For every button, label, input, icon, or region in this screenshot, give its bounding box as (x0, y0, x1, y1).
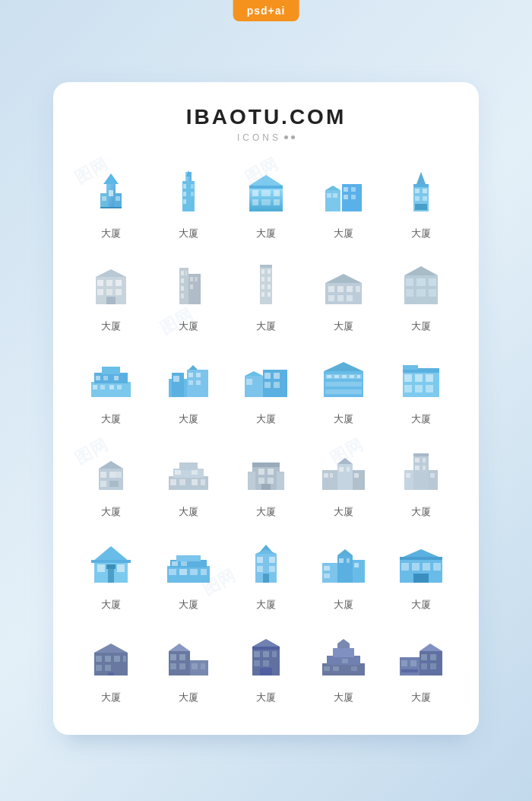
icon-label-6: 大厦 (101, 319, 121, 333)
icon-item: 大厦 (154, 630, 223, 704)
building-icon-13 (239, 351, 293, 406)
svg-marker-205 (337, 549, 353, 555)
svg-rect-122 (342, 375, 347, 378)
icon-item: 大厦 (154, 351, 223, 426)
svg-rect-154 (258, 469, 264, 475)
svg-rect-172 (415, 458, 420, 462)
svg-rect-76 (356, 286, 360, 292)
svg-rect-132 (415, 385, 423, 393)
svg-rect-65 (261, 277, 264, 281)
svg-rect-147 (201, 479, 205, 485)
svg-rect-87 (429, 289, 436, 297)
svg-rect-253 (351, 666, 357, 671)
svg-rect-261 (430, 654, 436, 660)
icon-item: 大厦 (309, 259, 378, 333)
svg-rect-74 (337, 286, 344, 292)
building-icon-9 (316, 259, 371, 313)
svg-rect-67 (261, 284, 264, 289)
icon-item: 大厦 (309, 351, 378, 426)
subtitle-text: ICONS (237, 132, 281, 143)
svg-rect-146 (192, 479, 198, 485)
svg-rect-223 (114, 656, 120, 662)
icon-label-27: 大厦 (179, 691, 198, 704)
svg-rect-39 (415, 196, 420, 201)
svg-rect-199 (257, 566, 263, 572)
svg-rect-136 (100, 472, 106, 478)
svg-rect-46 (116, 280, 122, 286)
icon-label-9: 大厦 (334, 319, 353, 333)
building-icon-2 (161, 166, 216, 221)
icon-item: 大厦 (231, 259, 301, 333)
svg-rect-33 (333, 193, 337, 198)
svg-rect-159 (322, 470, 337, 490)
svg-rect-14 (191, 192, 194, 196)
svg-marker-34 (416, 172, 426, 184)
building-icon-23 (239, 537, 293, 592)
icon-label-20: 大厦 (411, 505, 431, 519)
icon-label-16: 大厦 (101, 505, 121, 519)
svg-rect-23 (261, 199, 271, 205)
icon-label-26: 大厦 (101, 691, 121, 704)
svg-rect-239 (252, 647, 280, 650)
svg-marker-249 (337, 639, 350, 648)
icon-item: 大厦 (76, 259, 146, 333)
svg-rect-130 (426, 374, 433, 382)
svg-rect-83 (416, 278, 426, 286)
svg-rect-189 (179, 569, 187, 575)
svg-rect-176 (406, 473, 410, 478)
svg-rect-233 (170, 663, 176, 669)
svg-rect-191 (201, 569, 207, 575)
building-icon-21 (84, 537, 138, 592)
building-icon-12 (161, 351, 216, 406)
icon-label-15: 大厦 (411, 412, 431, 426)
svg-rect-28 (344, 187, 348, 192)
dot-2 (291, 135, 295, 139)
icon-item: 大厦 (386, 444, 456, 519)
svg-rect-198 (269, 557, 275, 563)
svg-rect-53 (181, 271, 184, 275)
svg-rect-222 (105, 656, 111, 662)
icon-label-3: 大厦 (256, 227, 276, 240)
svg-rect-111 (274, 373, 280, 379)
building-icon-10 (394, 259, 448, 313)
svg-marker-116 (324, 362, 363, 371)
svg-rect-227 (108, 672, 114, 675)
svg-rect-82 (406, 278, 413, 286)
svg-rect-177 (430, 473, 435, 478)
svg-rect-188 (169, 569, 176, 575)
svg-rect-113 (274, 382, 280, 388)
svg-rect-70 (268, 292, 271, 297)
svg-rect-158 (261, 484, 271, 490)
svg-rect-224 (123, 656, 126, 662)
svg-rect-93 (109, 385, 114, 389)
svg-rect-258 (410, 660, 416, 666)
card-wrapper: 图网 图网 图网 图网 图网 图网 IBAOTU.COM ICONS 大厦大厦大… (53, 82, 479, 735)
svg-rect-137 (109, 472, 116, 478)
svg-rect-145 (179, 479, 185, 485)
icon-item: 大厦 (231, 630, 301, 704)
building-icon-4 (316, 166, 371, 221)
building-icon-11 (84, 351, 138, 406)
svg-rect-171 (429, 470, 438, 490)
svg-rect-77 (328, 295, 334, 301)
svg-rect-73 (328, 286, 334, 292)
svg-rect-6 (102, 196, 106, 201)
icon-item: 大厦 (154, 166, 223, 240)
svg-rect-112 (264, 382, 271, 388)
svg-rect-41 (415, 204, 427, 210)
svg-rect-40 (423, 196, 427, 201)
svg-rect-257 (401, 660, 407, 666)
svg-rect-193 (181, 561, 187, 566)
building-icon-26 (84, 630, 138, 685)
building-icon-22 (161, 537, 216, 592)
icon-item: 大厦 (309, 444, 378, 519)
building-icon-5 (394, 166, 448, 221)
building-icon-15 (394, 351, 448, 406)
dot-1 (284, 135, 288, 139)
svg-rect-213 (400, 557, 442, 560)
svg-marker-220 (94, 644, 128, 653)
svg-rect-64 (268, 269, 271, 274)
icon-label-19: 大厦 (334, 505, 353, 519)
svg-rect-174 (415, 466, 420, 470)
icon-item: 大厦 (386, 351, 456, 426)
